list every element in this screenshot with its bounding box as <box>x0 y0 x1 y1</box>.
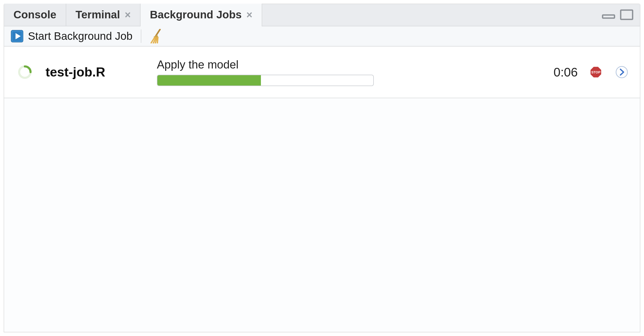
maximize-icon[interactable] <box>620 9 634 20</box>
job-list: test-job.R Apply the model 0:06 STOP <box>4 47 640 98</box>
start-background-job-label: Start Background Job <box>28 30 133 42</box>
tab-background-jobs[interactable]: Background Jobs × <box>141 4 262 26</box>
job-progress-bar <box>157 75 374 86</box>
play-icon <box>11 30 23 42</box>
open-job-button[interactable] <box>614 66 630 79</box>
close-icon[interactable]: × <box>246 10 252 20</box>
job-elapsed: 0:06 <box>531 65 578 79</box>
toolbar-divider <box>141 29 141 43</box>
job-row: test-job.R Apply the model 0:06 STOP <box>4 47 640 98</box>
job-list-empty-area <box>4 98 640 332</box>
background-jobs-pane: Console Terminal × Background Jobs × <box>4 4 640 332</box>
tab-console-label: Console <box>13 9 56 21</box>
minimize-icon[interactable] <box>602 10 616 19</box>
tabbar-window-controls <box>602 4 640 26</box>
tab-terminal[interactable]: Terminal × <box>66 4 141 26</box>
job-status-text: Apply the model <box>157 58 521 71</box>
tab-console[interactable]: Console <box>4 4 66 26</box>
jobs-toolbar: Start Background Job <box>4 26 640 47</box>
start-background-job-button[interactable]: Start Background Job <box>9 29 134 43</box>
stop-icon: STOP <box>589 66 602 79</box>
clear-jobs-button[interactable] <box>148 28 165 44</box>
close-icon[interactable]: × <box>125 10 131 20</box>
chevron-right-icon <box>615 66 628 79</box>
svg-rect-0 <box>603 15 614 18</box>
broom-icon <box>150 29 163 43</box>
spinner-icon <box>18 65 32 79</box>
svg-rect-1 <box>621 10 633 19</box>
tab-terminal-label: Terminal <box>76 9 120 21</box>
job-progress-fill <box>157 75 261 86</box>
stop-job-button[interactable]: STOP <box>588 66 604 79</box>
job-name: test-job.R <box>46 65 147 80</box>
svg-point-10 <box>616 66 627 78</box>
tab-background-jobs-label: Background Jobs <box>150 9 242 21</box>
svg-text:STOP: STOP <box>591 70 600 74</box>
tab-bar: Console Terminal × Background Jobs × <box>4 4 640 26</box>
